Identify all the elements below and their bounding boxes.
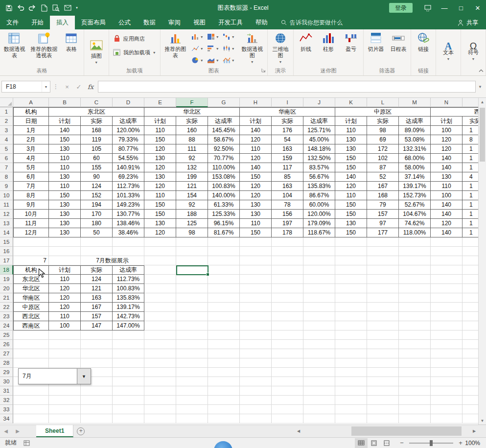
cell-A23[interactable]: 西北区 xyxy=(13,312,49,321)
row-header-27[interactable]: 27 xyxy=(0,349,13,358)
cell-H9[interactable]: 120 xyxy=(240,182,272,191)
sparkline-column-button[interactable]: 柱形 xyxy=(317,30,340,67)
cell-H6[interactable]: 120 xyxy=(240,154,272,163)
cell-F5[interactable]: 111 xyxy=(176,144,208,154)
cell-I5[interactable]: 163 xyxy=(272,144,303,154)
cell-J13[interactable]: 179.09% xyxy=(303,219,335,228)
cell-D15[interactable] xyxy=(113,237,144,247)
cell-D23[interactable]: 142.73% xyxy=(113,312,144,321)
cell-M19[interactable] xyxy=(399,275,431,284)
cell-A32[interactable] xyxy=(13,396,49,405)
column-header-J[interactable]: J xyxy=(303,98,335,107)
cell-I28[interactable] xyxy=(272,358,303,368)
charts-dialog-launcher[interactable] xyxy=(261,67,266,74)
cell-M3[interactable]: 89.09% xyxy=(399,126,431,135)
row-header-32[interactable]: 32 xyxy=(0,396,13,405)
cell-L16[interactable] xyxy=(367,247,399,256)
row-header-18[interactable]: 18 xyxy=(0,265,13,275)
cell-K14[interactable]: 150 xyxy=(335,228,367,237)
cell-E17[interactable] xyxy=(144,256,176,265)
cell-E14[interactable]: 120 xyxy=(144,228,176,237)
cell-F4[interactable]: 88 xyxy=(176,135,208,144)
row-header-2[interactable]: 2 xyxy=(0,117,13,126)
cell-I23[interactable] xyxy=(272,312,303,321)
cell-H3[interactable]: 140 xyxy=(240,126,272,135)
cell-H21[interactable] xyxy=(240,293,272,303)
cell-L26[interactable] xyxy=(367,340,399,349)
cell-C16[interactable] xyxy=(81,247,113,256)
macro-record-icon[interactable] xyxy=(23,440,30,446)
tab-home[interactable]: 开始 xyxy=(25,16,50,29)
column-header-L[interactable]: L xyxy=(367,98,399,107)
cell-D31[interactable] xyxy=(113,386,144,396)
enter-button[interactable]: ✓ xyxy=(73,81,85,93)
cell-N19[interactable] xyxy=(431,275,463,284)
cell-F30[interactable] xyxy=(176,377,208,386)
cell-A11[interactable]: 9月 xyxy=(13,200,49,210)
cell-E6[interactable]: 130 xyxy=(144,154,176,163)
cell-A26[interactable] xyxy=(13,340,49,349)
cell-H29[interactable] xyxy=(240,368,272,377)
cell-G21[interactable] xyxy=(208,293,240,303)
text-button[interactable]: A 文本 ▼ xyxy=(437,30,460,75)
cell-B5[interactable]: 130 xyxy=(49,144,81,154)
view-normal-button[interactable] xyxy=(355,438,368,448)
cell-B18[interactable]: 计划 xyxy=(49,265,81,275)
cell-B14[interactable]: 130 xyxy=(49,228,81,237)
cell-H7[interactable]: 140 xyxy=(240,163,272,172)
cell-J16[interactable] xyxy=(303,247,335,256)
scroll-right-arrow[interactable]: ▶ xyxy=(470,429,478,433)
cell-C3[interactable]: 168 xyxy=(81,126,113,135)
cell-K33[interactable] xyxy=(335,405,367,414)
cell-L24[interactable] xyxy=(367,321,399,330)
column-header-A[interactable]: A xyxy=(13,98,49,107)
cell-B13[interactable]: 130 xyxy=(49,219,81,228)
cell-C25[interactable] xyxy=(81,330,113,340)
cell-K32[interactable] xyxy=(335,396,367,405)
tell-me-search[interactable]: 告诉我你想要做什么 xyxy=(281,16,343,29)
cell-M22[interactable] xyxy=(399,303,431,312)
cell-D21[interactable]: 135.83% xyxy=(113,293,144,303)
cell-N9[interactable]: 110 xyxy=(431,182,463,191)
cell-B33[interactable] xyxy=(49,405,81,414)
row-header-24[interactable]: 24 xyxy=(0,321,13,330)
cell-N16[interactable] xyxy=(431,247,463,256)
print-preview-icon[interactable] xyxy=(50,2,62,14)
cell-N6[interactable]: 140 xyxy=(431,154,463,163)
cell-G12[interactable]: 125.33% xyxy=(208,210,240,219)
cell-L13[interactable]: 97 xyxy=(367,219,399,228)
cell-F10[interactable]: 154 xyxy=(176,191,208,200)
cell-H24[interactable] xyxy=(240,321,272,330)
cell-G11[interactable]: 61.33% xyxy=(208,200,240,210)
cell-C19[interactable]: 124 xyxy=(81,275,113,284)
cell-I11[interactable]: 78 xyxy=(272,200,303,210)
select-all-corner[interactable] xyxy=(0,98,13,107)
cell-M30[interactable] xyxy=(399,377,431,386)
cell-I13[interactable]: 197 xyxy=(272,219,303,228)
cell-K20[interactable] xyxy=(335,284,367,293)
cell-J20[interactable] xyxy=(303,284,335,293)
map-3d-button[interactable]: 三维地图 ▼ xyxy=(269,30,292,67)
cell-E34[interactable] xyxy=(144,414,176,424)
column-header-C[interactable]: C xyxy=(81,98,113,107)
cell-L25[interactable] xyxy=(367,330,399,340)
row-header-26[interactable]: 26 xyxy=(0,340,13,349)
cell-G5[interactable]: 92.50% xyxy=(208,144,240,154)
cell-N31[interactable] xyxy=(431,386,463,396)
cell-N24[interactable] xyxy=(431,321,463,330)
cell-G26[interactable] xyxy=(208,340,240,349)
column-header-B[interactable]: B xyxy=(49,98,81,107)
cell-K28[interactable] xyxy=(335,358,367,368)
cell-G8[interactable]: 153.08% xyxy=(208,172,240,182)
cell-J25[interactable] xyxy=(303,330,335,340)
cell-M10[interactable]: 152.73% xyxy=(399,191,431,200)
cell-H4[interactable]: 120 xyxy=(240,135,272,144)
cell-K22[interactable] xyxy=(335,303,367,312)
cell-I16[interactable] xyxy=(272,247,303,256)
collapse-ribbon-button[interactable] xyxy=(479,67,484,74)
row-header-22[interactable]: 22 xyxy=(0,303,13,312)
zoom-level[interactable]: 100% xyxy=(464,440,486,447)
cell-K24[interactable] xyxy=(335,321,367,330)
cell-G34[interactable] xyxy=(208,414,240,424)
cell-N12[interactable]: 140 xyxy=(431,210,463,219)
